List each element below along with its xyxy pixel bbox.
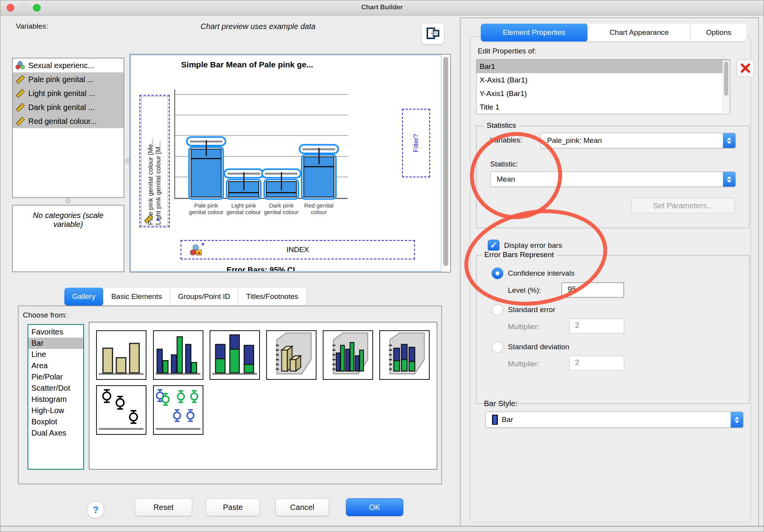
tab-gallery[interactable]: Gallery	[64, 288, 103, 305]
property-item-y-axis1[interactable]: Y-Axis1 (Bar1)	[477, 87, 730, 100]
chart-type-line[interactable]: Line	[28, 349, 83, 360]
error-bar-lower-cap	[229, 192, 258, 193]
display-error-bars-checkbox[interactable]: ✓	[488, 240, 499, 251]
scale-ruler-icon	[15, 75, 25, 84]
tab-groups-point-id[interactable]: Groups/Point ID	[170, 288, 238, 305]
gallery-thumb-simple-bar[interactable]	[96, 330, 146, 380]
index-dropzone-label: INDEX	[181, 241, 414, 259]
variable-label: Light pink genital ...	[28, 89, 95, 98]
tab-element-properties[interactable]: Element Properties	[481, 24, 588, 41]
chart-type-dual-axes[interactable]: Dual Axes	[28, 427, 83, 439]
x-axis-dropzone[interactable]: a * INDEX	[181, 240, 415, 259]
variable-label: Dark pink genital ...	[28, 103, 95, 112]
categories-box: No categories (scale variable)	[12, 205, 124, 272]
variable-item-red[interactable]: Red genital colour...	[13, 114, 124, 128]
set-parameters-button[interactable]: Set Parameters...	[631, 198, 735, 213]
properties-scrollbar[interactable]	[723, 60, 730, 113]
standard-deviation-radio[interactable]	[492, 341, 503, 353]
error-bar-lower-cap	[191, 158, 221, 159]
se-multiplier-input[interactable]: 2	[569, 319, 624, 333]
variables-label: Variables:	[16, 22, 48, 31]
gallery-thumb-simple-3d-bar[interactable]	[266, 330, 317, 380]
chart-preview-canvas[interactable]: Simple Bar Mean of Pale pink ge... Pale …	[130, 55, 442, 272]
properties-scrollbar-thumb[interactable]	[724, 62, 728, 96]
gallery-thumb-clustered-3d-bar[interactable]	[323, 330, 373, 380]
help-button[interactable]: ?	[87, 501, 104, 518]
chart-type-bar[interactable]: Bar	[28, 338, 83, 349]
filter-dropzone[interactable]: Filter?	[402, 109, 430, 177]
statistic-label: Statistic:	[490, 160, 518, 168]
stacked-bar-icon	[210, 331, 259, 379]
x-axis-category-label: Dark pink genital colour	[263, 203, 299, 216]
error-bar-lower-cap	[267, 192, 296, 193]
gallery-thumb-clustered-error-bar[interactable]	[153, 385, 203, 435]
standard-error-label: Standard error	[508, 305, 556, 314]
toggle-basic-view-button[interactable]	[421, 23, 444, 45]
gallery-thumb-clustered-bar[interactable]	[153, 330, 203, 380]
gallery-thumb-stacked-bar[interactable]	[210, 330, 260, 380]
level-input[interactable]: 95	[561, 282, 624, 298]
filter-dropzone-label: Filter?	[412, 134, 420, 152]
horizontal-splitter-handle[interactable]	[65, 198, 71, 204]
property-item-x-axis1[interactable]: X-Axis1 (Bar1)	[477, 73, 730, 87]
chart-preview-region: Simple Bar Mean of Pale pink ge... Pale …	[129, 54, 451, 273]
tab-chart-appearance[interactable]: Chart Appearance	[588, 24, 691, 41]
bar-style-dropdown[interactable]: Bar	[485, 412, 743, 428]
cancel-button[interactable]: Cancel	[275, 498, 329, 516]
sd-multiplier-label: Multiplier:	[508, 360, 539, 368]
chart-type-high-low[interactable]: High-Low	[28, 405, 83, 416]
title-bar[interactable]: Chart Builder	[0, 0, 764, 15]
tab-options[interactable]: Options	[691, 24, 747, 41]
properties-tab-bar: Element Properties Chart Appearance Opti…	[481, 24, 747, 41]
preview-scrollbar[interactable]	[441, 55, 450, 272]
tab-titles-footnotes[interactable]: Titles/Footnotes	[238, 288, 306, 305]
y-dropzone-variable-1: Pale pink genital colour [Me...	[147, 97, 155, 225]
chart-type-pie-polar[interactable]: Pie/Polar	[28, 371, 83, 383]
chart-type-histogram[interactable]: Histogram	[28, 394, 83, 405]
variable-item-pale-pink[interactable]: Pale pink genital ...	[13, 72, 124, 86]
required-asterisk: *	[157, 217, 159, 225]
display-error-bars-label: Display error bars	[504, 241, 562, 250]
variable-label: Red genital colour...	[28, 117, 97, 126]
confidence-intervals-label: Confidence intervals	[508, 269, 575, 278]
property-item-bar1[interactable]: Bar1	[477, 60, 730, 73]
paste-button[interactable]: Paste	[206, 498, 260, 516]
chart-title[interactable]: Simple Bar Mean of Pale pink ge...	[150, 60, 344, 69]
statistic-dropdown[interactable]: Mean	[490, 172, 736, 187]
gridline	[175, 94, 348, 95]
preview-scrollbar-thumb[interactable]	[443, 57, 448, 266]
variable-item-dark-pink[interactable]: Dark pink genital ...	[13, 100, 124, 114]
variable-label: Pale pink genital ...	[28, 75, 94, 84]
standard-error-radio[interactable]	[492, 304, 503, 316]
chart-plot[interactable]: Pale pink genital colourLight pink genit…	[174, 89, 348, 199]
variables-list: Sexual experienc... Pale pink genital ..…	[12, 58, 124, 198]
properties-panel: Element Properties Chart Appearance Opti…	[460, 17, 759, 528]
gallery-thumb-simple-error-bar[interactable]	[96, 385, 146, 435]
clustered-bar-icon	[154, 331, 202, 379]
scale-ruler-icon	[15, 117, 25, 126]
reset-button[interactable]: Reset	[135, 498, 192, 516]
edit-properties-list: Bar1 X-Axis1 (Bar1) Y-Axis1 (Bar1) Title…	[476, 59, 730, 114]
confidence-intervals-radio[interactable]	[492, 268, 503, 279]
sd-multiplier-input[interactable]: 2	[569, 356, 624, 371]
y-axis-dropzone[interactable]: Pale pink genital colour [Me... Light pi…	[139, 95, 170, 227]
statistics-variables-dropdown[interactable]: Pale_pink: Mean	[540, 133, 736, 148]
property-item-title1[interactable]: Title 1	[477, 100, 730, 114]
error-bar-stem	[281, 172, 282, 190]
variable-item-light-pink[interactable]: Light pink genital ...	[13, 86, 124, 100]
clustered-error-bar-icon	[154, 386, 202, 434]
stepper-icon	[723, 133, 735, 148]
ok-button[interactable]: OK	[346, 498, 403, 516]
chart-builder-dialog: Chart Builder Variables: Chart preview u…	[0, 0, 764, 532]
chart-type-area[interactable]: Area	[28, 360, 83, 371]
variable-item-sexual-experience[interactable]: Sexual experienc...	[13, 58, 124, 72]
remove-element-button[interactable]	[736, 59, 754, 77]
se-multiplier-label: Multiplier:	[508, 323, 539, 331]
chart-type-boxplot[interactable]: Boxplot	[28, 416, 83, 427]
gallery-thumb-stacked-3d-bar[interactable]	[379, 330, 430, 380]
chart-type-favorites[interactable]: Favorites	[28, 326, 83, 338]
chart-type-scatter-dot[interactable]: Scatter/Dot	[28, 383, 83, 394]
no-categories-text: No categories (scale variable)	[20, 211, 117, 229]
choose-from-label: Choose from:	[23, 311, 67, 319]
tab-basic-elements[interactable]: Basic Elements	[103, 288, 170, 305]
